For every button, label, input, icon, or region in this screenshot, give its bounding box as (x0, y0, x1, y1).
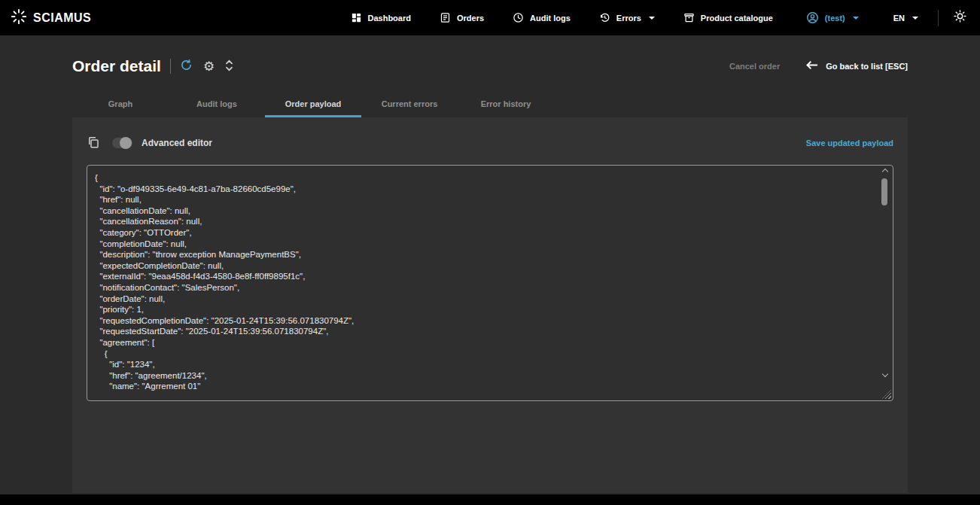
payload-editor[interactable]: { "id": "o-df949335-6e49-4c81-a7ba-82660… (87, 166, 893, 400)
scroll-down-icon[interactable] (882, 372, 887, 377)
dashboard-icon (351, 12, 362, 23)
editor-scrollbar[interactable] (880, 168, 890, 398)
page-header: Order detail ⚙ Can (72, 52, 908, 81)
copy-icon (87, 135, 100, 151)
tab-error-history[interactable]: Error history (458, 93, 554, 117)
nav-item-orders[interactable]: Orders (440, 12, 484, 23)
user-icon (806, 11, 819, 24)
main-content: Order detail ⚙ Can (0, 52, 980, 493)
header-actions: ⚙ (180, 59, 233, 74)
chevron-down-icon (853, 17, 859, 20)
nav-item-label: Product catalogue (701, 14, 773, 23)
back-to-list-label: Go back to list [ESC] (826, 62, 908, 71)
page-title: Order detail (72, 57, 161, 75)
tab-bar: Graph Audit logs Order payload Current e… (72, 93, 908, 117)
nav-item-label: Orders (457, 14, 484, 23)
tab-graph[interactable]: Graph (72, 93, 169, 117)
advanced-editor-toggle[interactable] (112, 138, 132, 148)
user-menu[interactable]: (test) (806, 11, 859, 24)
tab-current-errors[interactable]: Current errors (361, 93, 458, 117)
chevron-down-icon (649, 17, 655, 20)
expand-collapse-button[interactable] (225, 59, 233, 74)
theme-toggle-button[interactable] (954, 10, 966, 26)
brand-logo-icon (11, 8, 27, 28)
chevron-down-icon (912, 17, 918, 20)
gear-icon: ⚙ (203, 60, 215, 73)
advanced-editor-label: Advanced editor (142, 138, 212, 148)
brand[interactable]: SCIAMUS (11, 8, 91, 28)
user-label: (test) (825, 14, 845, 23)
refresh-button[interactable] (180, 59, 193, 74)
back-to-list-link[interactable]: Go back to list [ESC] (805, 59, 908, 73)
product-catalogue-icon (683, 12, 695, 23)
up-down-chevrons-icon (225, 59, 233, 74)
arrow-left-icon (805, 59, 818, 73)
errors-history-icon (599, 12, 610, 23)
top-navbar: SCIAMUS Dashboard Orders (0, 0, 980, 35)
refresh-icon (180, 59, 193, 74)
payload-editor-container: { "id": "o-df949335-6e49-4c81-a7ba-82660… (87, 165, 893, 401)
cancel-order-button[interactable]: Cancel order (729, 62, 780, 71)
title-divider (170, 59, 171, 74)
language-selector[interactable]: EN (893, 14, 918, 23)
nav-item-label: Dashboard (368, 14, 411, 23)
order-payload-panel: Advanced editor Save updated payload { "… (72, 117, 908, 493)
navbar-divider (938, 10, 939, 26)
nav-links: Dashboard Orders Audit logs (351, 12, 773, 23)
nav-item-label: Audit logs (530, 14, 571, 23)
audit-logs-icon (513, 12, 524, 23)
orders-icon (440, 12, 451, 23)
payload-toolbar: Advanced editor Save updated payload (87, 134, 893, 152)
nav-item-audit-logs[interactable]: Audit logs (513, 12, 571, 23)
tab-audit-logs[interactable]: Audit logs (169, 93, 265, 117)
scroll-up-icon[interactable] (882, 168, 887, 173)
toggle-knob (120, 137, 132, 149)
footer-bar (0, 494, 980, 505)
copy-payload-button[interactable] (87, 135, 100, 151)
nav-item-product-catalogue[interactable]: Product catalogue (683, 12, 773, 23)
nav-item-errors[interactable]: Errors (599, 12, 655, 23)
header-right: Cancel order Go back to list [ESC] (729, 59, 908, 73)
nav-item-label: Errors (616, 14, 641, 23)
language-label: EN (893, 14, 905, 23)
settings-button[interactable]: ⚙ (203, 60, 215, 73)
sun-icon (954, 10, 966, 26)
scrollbar-thumb[interactable] (881, 178, 887, 205)
tab-order-payload[interactable]: Order payload (265, 93, 361, 117)
save-updated-payload-link[interactable]: Save updated payload (806, 138, 893, 148)
brand-name: SCIAMUS (33, 11, 91, 25)
nav-item-dashboard[interactable]: Dashboard (351, 12, 411, 23)
